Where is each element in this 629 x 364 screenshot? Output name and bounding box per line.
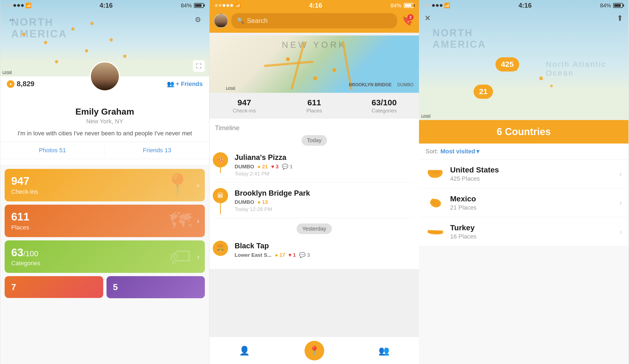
stat-cards: 947 Check-ins 📍 › 611 Places 🗺 › 63/100 … bbox=[0, 165, 209, 298]
places-label: Places bbox=[11, 224, 29, 231]
timeline-vline bbox=[220, 168, 221, 173]
map-dot bbox=[22, 33, 25, 36]
map-stat-checkins-val: 947 bbox=[212, 98, 277, 107]
ny-map[interactable]: NEW YORK BROOKLYN BRIDGE Legal DUMBO bbox=[209, 35, 419, 93]
timeline-item-pizza[interactable]: 🍕 Juliana's Pizza DUMBO ● 21 ♥ 3 💬 1 Tod… bbox=[209, 152, 419, 177]
back-button-1[interactable]: ← bbox=[6, 14, 18, 26]
tr-places: 16 Places bbox=[450, 233, 614, 240]
add-friends-label: + Friends bbox=[176, 80, 203, 88]
blacktap-neighborhood: Lower East S... bbox=[235, 252, 271, 258]
legal-link-2[interactable]: Legal bbox=[226, 86, 235, 90]
friends-nav-icon: 👥 bbox=[379, 345, 389, 356]
map-dot bbox=[44, 41, 47, 44]
profile-tabs: Photos 51 Friends 13 bbox=[0, 142, 209, 159]
signal-dot-3 bbox=[13, 4, 16, 7]
sort-value-button[interactable]: Most visited ▾ bbox=[440, 148, 479, 155]
checkins-value: 947 bbox=[11, 175, 38, 187]
s2-dot-5 bbox=[230, 4, 233, 7]
country-item-turkey[interactable]: Turkey 16 Places › bbox=[419, 217, 628, 246]
s3-dot-1 bbox=[424, 4, 427, 7]
country-item-us[interactable]: United States 425 Places › bbox=[419, 160, 628, 189]
categories-card[interactable]: 63/100 Categories 🏷 › bbox=[5, 240, 205, 273]
park-line-col: 🏛 bbox=[209, 188, 231, 203]
settings-button[interactable]: ⚙ bbox=[192, 14, 204, 26]
park-name: Brooklyn Bridge Park bbox=[235, 189, 414, 198]
map-dot bbox=[71, 27, 75, 31]
timeline-heading: Timeline bbox=[209, 124, 419, 135]
battery-icon-1 bbox=[194, 3, 204, 8]
checkins-bg-icon: 📍 bbox=[164, 172, 191, 198]
map-stat-places-label: Places bbox=[282, 108, 347, 114]
country-item-mexico[interactable]: Mexico 21 Places › bbox=[419, 189, 628, 217]
mx-count-bubble[interactable]: 21 bbox=[474, 85, 493, 99]
friends-tab[interactable]: Friends 13 bbox=[105, 142, 209, 159]
map-dot bbox=[55, 60, 58, 63]
legal-link-1[interactable]: Legal bbox=[2, 70, 12, 74]
us-info: United States 425 Places bbox=[450, 166, 614, 182]
photos-tab[interactable]: Photos 51 bbox=[0, 142, 105, 159]
coins-display: ● 8,829 bbox=[7, 80, 34, 88]
dumbo-label: DUMBO bbox=[397, 82, 414, 87]
ny-map-section: NEW YORK BROOKLYN BRIDGE Legal DUMBO 947… bbox=[209, 35, 419, 119]
checkin-nav-button[interactable]: 📍 bbox=[305, 341, 324, 360]
map-dot bbox=[110, 38, 113, 41]
city-dot-2 bbox=[550, 85, 553, 87]
pizza-comments: 💬 1 bbox=[282, 163, 293, 170]
timeline-item-park[interactable]: 🏛 Brooklyn Bridge Park DUMBO ● 13 Today … bbox=[209, 188, 419, 212]
pizza-content: Juliana's Pizza DUMBO ● 21 ♥ 3 💬 1 Today… bbox=[231, 152, 414, 177]
expand-button[interactable]: ⛶ bbox=[193, 60, 205, 72]
sort-label: Sort: bbox=[426, 148, 438, 155]
s2-dot-3 bbox=[223, 4, 225, 7]
extra-card-1[interactable]: 7 bbox=[5, 276, 103, 298]
map-stats-row: 947 Check-ins 611 Places 63/100 Categori… bbox=[209, 93, 419, 119]
close-button[interactable]: ✕ bbox=[424, 14, 431, 23]
countries-panel: 📶 4:16 84% NORTHAMERICA North AtlanticOc… bbox=[419, 0, 628, 364]
photos-label: Photos bbox=[39, 147, 58, 154]
p3-north-america-label: NORTHAMERICA bbox=[433, 27, 486, 50]
legal-link-3[interactable]: Legal bbox=[421, 114, 430, 118]
timeline-divider-2 bbox=[215, 218, 414, 218]
park-neighborhood: DUMBO bbox=[235, 199, 254, 205]
park-time: Today 12:28 PM bbox=[235, 206, 414, 212]
s3-dot-4 bbox=[436, 4, 439, 7]
signal-dot-4 bbox=[17, 4, 20, 7]
notifications-button[interactable]: 🔖 2 bbox=[400, 14, 415, 28]
status-time-3: 4:16 bbox=[518, 2, 531, 9]
checkins-chevron: › bbox=[197, 181, 199, 190]
p3-north-atlantic: North AtlanticOcean bbox=[546, 60, 607, 77]
blacktap-meta: Lower East S... ● 17 ♥ 1 💬 3 bbox=[235, 252, 414, 258]
extra1-value: 7 bbox=[11, 282, 16, 292]
map-stat-places-val: 611 bbox=[282, 98, 347, 107]
search-placeholder: Search bbox=[247, 17, 268, 25]
checkin-nav-wrap: 📍 bbox=[279, 341, 349, 360]
places-card[interactable]: 611 Places 🗺 › bbox=[5, 205, 205, 237]
status-bar-1: 📶 4:16 84% bbox=[0, 0, 209, 11]
search-bar[interactable]: 🔍 Search bbox=[231, 13, 397, 28]
extra-card-2[interactable]: 5 bbox=[107, 276, 205, 298]
checkins-card[interactable]: 947 Check-ins 📍 › bbox=[5, 169, 205, 201]
ny-dot-1 bbox=[286, 57, 290, 61]
battery-text-1: 84% bbox=[181, 2, 192, 9]
us-name: United States bbox=[450, 166, 614, 174]
map-dot bbox=[90, 22, 94, 25]
burger-icon: 🍔 bbox=[213, 241, 228, 256]
search-icon: 🔍 bbox=[237, 17, 244, 24]
map-dot bbox=[85, 49, 88, 52]
share-button[interactable]: ⬆ bbox=[617, 14, 623, 23]
profile-section: ● 8,829 👥 + Friends Emily Graham New Yor… bbox=[0, 76, 209, 165]
avatar bbox=[90, 61, 120, 91]
header-avatar[interactable] bbox=[214, 14, 228, 28]
search-panel: 📶 4:16 84% 🔍 Search 🔖 2 bbox=[209, 0, 419, 364]
timeline-item-blacktap[interactable]: 🍔 Black Tap Lower East S... ● 17 ♥ 1 💬 3 bbox=[209, 241, 419, 259]
map-stat-categories-label: Categories bbox=[352, 108, 417, 114]
map-stat-categories-val: 63/100 bbox=[352, 98, 417, 107]
profile-nav-button[interactable]: 👤 bbox=[209, 337, 279, 364]
country-list: United States 425 Places › Mexico 21 Pla… bbox=[419, 160, 628, 246]
battery-icon-3 bbox=[613, 3, 623, 8]
add-friends-button[interactable]: 👥 + Friends bbox=[167, 80, 203, 88]
friends-nav-button[interactable]: 👥 bbox=[349, 337, 419, 364]
blacktap-line-col: 🍔 bbox=[209, 241, 231, 256]
pizza-hearts: ♥ 3 bbox=[271, 164, 279, 170]
categories-chevron: › bbox=[197, 252, 199, 261]
signal-dot-1 bbox=[6, 4, 8, 7]
